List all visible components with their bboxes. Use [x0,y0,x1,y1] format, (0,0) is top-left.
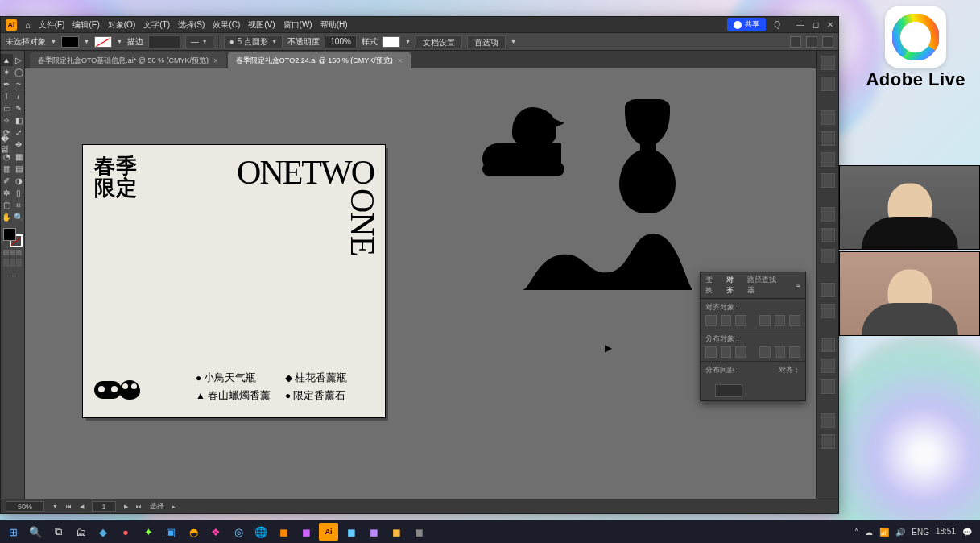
color-mode-icons[interactable] [3,250,22,255]
dist-right-icon[interactable] [789,346,800,358]
screen-mode-icons[interactable] [3,259,22,267]
shape-builder-tool-icon[interactable]: ◔ [1,151,13,163]
menu-effect[interactable]: 效果(C) [213,19,240,31]
taskbar-app-generic[interactable]: ◎ [229,523,248,541]
selection-tool-icon[interactable]: ▲ [1,54,13,66]
panel-tab-pathfinder[interactable]: 路径查找器 [747,275,784,296]
panel-properties-icon[interactable] [821,56,835,70]
taskbar-app-explorer[interactable]: 🗂 [71,523,90,541]
tray-wifi-icon[interactable]: 📶 [879,528,889,537]
panel-brushes-icon[interactable] [821,152,835,167]
brush-tool-icon[interactable]: ✎ [13,102,25,114]
free-transform-tool-icon[interactable]: ✥ [13,139,25,151]
chevron-down-icon[interactable]: ▼ [52,504,58,509]
shape-vase-bottom[interactable] [619,149,676,213]
stroke-swatch[interactable] [94,36,112,48]
taskbar-app-generic[interactable]: ▣ [161,523,180,541]
taskbar-app-generic[interactable]: ◼ [387,523,406,541]
shape-bird-base[interactable] [482,162,564,176]
panel-tab-transform[interactable]: 变换 [705,275,720,296]
symbol-tool-icon[interactable]: ✲ [1,187,13,199]
tray-clock[interactable]: 18:51 [936,528,956,536]
window-min-icon[interactable]: — [796,20,804,29]
panel-tab-align[interactable]: 对齐 [726,275,741,296]
hand-tool-icon[interactable]: ✋ [1,211,13,223]
system-tray[interactable]: ˄ ☁ 📶 🔊 ENG 18:51 💬 [854,528,977,537]
panel-pathfinder-icon[interactable] [821,379,835,394]
panel-artboards-icon[interactable] [821,434,835,449]
menu-file[interactable]: 文件(F) [39,19,65,31]
chevron-down-icon[interactable]: ▼ [117,39,122,44]
taskbar-app-generic[interactable]: ◼ [341,523,361,541]
ctrl-stroke-label[interactable]: 描边 [127,36,143,48]
spacing-input[interactable] [715,384,742,397]
tray-cloud-icon[interactable]: ☁ [865,528,873,537]
align-top-icon[interactable] [759,315,771,326]
doc-tab[interactable]: 春季限定礼盒OTO基础信息.ai* @ 50 % (CMYK/预览)× [30,52,226,68]
align-panel[interactable]: 变换 对齐 路径查找器 ≡ 对齐对象： [700,272,806,401]
panel-gradient-icon[interactable] [821,228,835,242]
panel-symbols-icon[interactable] [821,173,835,188]
type-tool-icon[interactable]: T [1,90,13,102]
zoom-input[interactable]: 50% [6,501,44,512]
close-icon[interactable]: × [398,56,403,65]
magic-wand-tool-icon[interactable]: ✶ [1,66,13,78]
gradient-tool-icon[interactable]: ▤ [13,163,25,175]
taskbar-app-generic[interactable]: ● [116,523,135,541]
ctrl-style-label[interactable]: 样式 [362,36,378,48]
panel-transform-icon[interactable] [821,359,835,373]
shape-vase-top[interactable] [625,99,670,146]
taskbar-app-chrome[interactable]: 🌐 [251,523,271,541]
line-tool-icon[interactable]: / [13,90,25,102]
menu-help[interactable]: 帮助(H) [320,19,348,31]
ctrl-opacity-label[interactable]: 不透明度 [287,36,320,48]
panel-graphic-styles-icon[interactable] [821,304,835,318]
dist-bottom-icon[interactable] [735,346,746,358]
opacity-input[interactable]: 100% [325,35,357,48]
window-close-icon[interactable]: ✕ [827,20,833,29]
doc-setup-button[interactable]: 文档设置 [416,35,462,48]
scale-tool-icon[interactable]: ⤢ [13,126,25,139]
shaper-tool-icon[interactable]: ✧ [1,114,13,126]
align-right-icon[interactable] [735,315,746,326]
home-icon[interactable]: ⌂ [25,20,31,30]
mesh-tool-icon[interactable]: ▥ [1,163,13,175]
taskbar-app-generic[interactable]: ◼ [296,523,316,541]
chevron-down-icon[interactable]: ▼ [51,39,56,44]
graph-tool-icon[interactable]: ▯ [13,187,25,199]
align-bottom-icon[interactable] [789,315,800,326]
panel-layers-icon[interactable] [821,77,835,91]
slice-tool-icon[interactable]: ⌗ [13,199,25,211]
fill-stroke-icon[interactable] [3,228,23,247]
nav-last-icon[interactable]: ⏭ [136,504,142,509]
fill-swatch[interactable] [61,36,79,48]
menu-type[interactable]: 文字(T) [143,19,170,31]
chevron-down-icon[interactable]: ▼ [84,39,89,44]
ctrl-icon[interactable] [790,36,801,48]
taskbar-search-icon[interactable]: 🔍 [26,523,45,541]
ctrl-icon[interactable] [822,36,833,48]
close-icon[interactable]: × [213,56,218,65]
eraser-tool-icon[interactable]: ◧ [13,114,25,126]
share-button[interactable]: 共享 [727,18,766,31]
taskbar-app-generic[interactable]: ◼ [274,523,293,541]
panel-stroke-icon[interactable] [821,207,835,222]
taskbar-app-generic[interactable]: ◓ [184,523,203,541]
align-vcenter-icon[interactable] [775,315,786,326]
nav-prev-icon[interactable]: ◀ [80,504,84,510]
width-tool-icon[interactable]: �염 [1,139,13,151]
panel-transparency-icon[interactable] [821,249,835,263]
artboard-tool-icon[interactable]: ▢ [1,199,13,211]
prefs-button[interactable]: 首选项 [467,35,506,48]
panel-color-icon[interactable] [821,110,835,125]
pen-tool-icon[interactable]: ✒ [1,78,13,90]
chevron-right-icon[interactable]: ▸ [172,504,176,510]
blend-tool-icon[interactable]: ◑ [13,175,25,187]
stroke-profile-drop[interactable]: —▼ [185,35,213,48]
rect-tool-icon[interactable]: ▭ [1,102,13,114]
edit-toolbar-icon[interactable]: ⋯ [9,272,17,280]
panel-appearance-icon[interactable] [821,283,835,297]
nav-first-icon[interactable]: ⏮ [66,504,72,509]
lasso-tool-icon[interactable]: ◯ [13,66,25,78]
tray-volume-icon[interactable]: 🔊 [895,528,905,537]
